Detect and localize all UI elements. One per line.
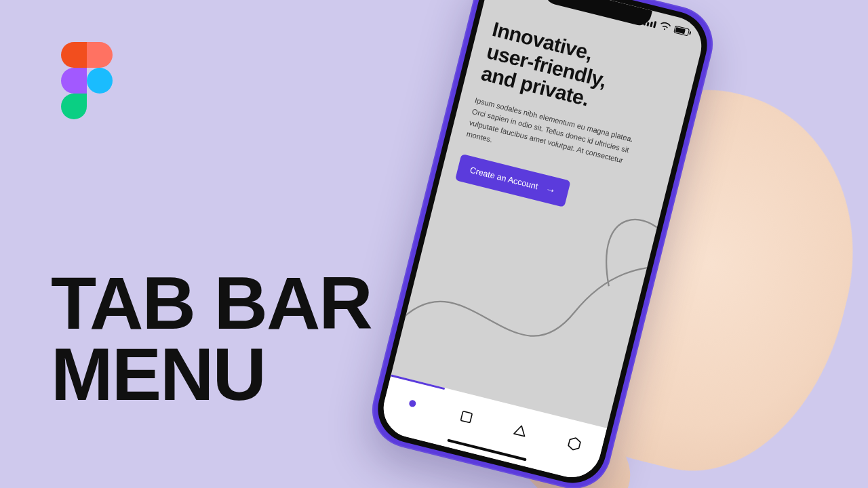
figma-logo-part xyxy=(61,94,87,119)
tab-four[interactable] xyxy=(542,419,606,469)
triangle-icon xyxy=(513,423,529,438)
figma-logo-part xyxy=(87,42,113,68)
hexagon-icon xyxy=(566,436,583,452)
wifi-icon xyxy=(659,21,671,32)
tab-home[interactable] xyxy=(381,378,444,428)
title-line-1: TAB BAR xyxy=(51,268,372,339)
figma-logo-part xyxy=(87,68,113,94)
page-title: TAB BAR MENU xyxy=(51,268,372,409)
circle-icon xyxy=(408,399,416,407)
title-line-2: MENU xyxy=(51,339,372,410)
phone-mockup: 9:41 Innovative, user-friendly, and priv… xyxy=(364,0,721,488)
svg-rect-0 xyxy=(460,411,472,423)
square-icon xyxy=(459,409,474,424)
tab-two[interactable] xyxy=(435,392,498,442)
figma-logo xyxy=(61,42,113,119)
figma-logo-part xyxy=(61,68,87,94)
tab-three[interactable] xyxy=(489,405,552,455)
status-indicators xyxy=(643,16,690,37)
figma-logo-part xyxy=(61,42,87,68)
battery-icon xyxy=(673,25,690,36)
